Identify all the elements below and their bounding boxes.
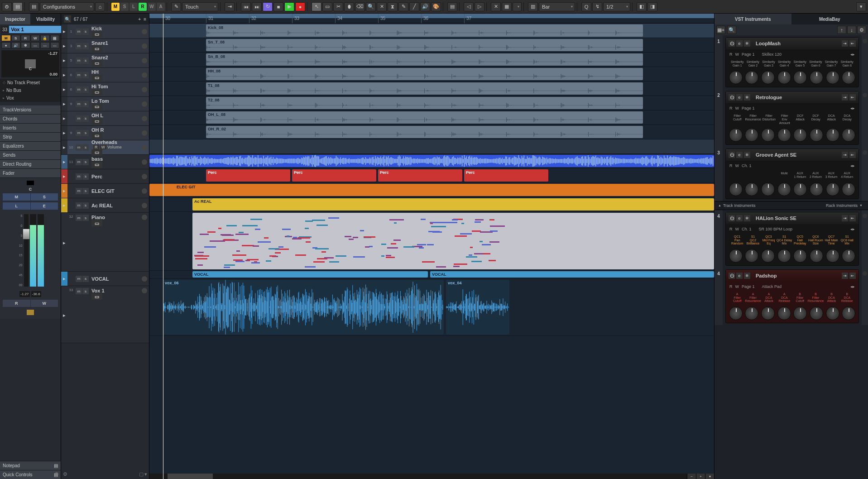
param-knob[interactable] (761, 71, 775, 84)
output-routing[interactable]: ▸Vox (0, 94, 61, 102)
sect-fader[interactable]: Fader (0, 169, 61, 178)
zoom-tool[interactable]: 🔍 (366, 2, 376, 11)
folder-clip[interactable]: Ac REAL (192, 198, 714, 211)
sect-inserts[interactable]: Inserts (0, 124, 61, 133)
track-solo[interactable]: s (82, 144, 89, 151)
sect-routing[interactable]: Direct Routing (0, 160, 61, 169)
track-rec[interactable] (142, 159, 147, 165)
page-label[interactable]: Ch. 1 (742, 227, 752, 231)
param-knob[interactable] (842, 249, 855, 263)
inst-freeze-icon[interactable]: ❄ (744, 40, 750, 47)
track-lane[interactable]: Ac REAL (149, 197, 714, 212)
track-row[interactable]: ▸ 5 m s Snare2▭ (61, 53, 149, 68)
track-mute[interactable]: m (76, 43, 82, 49)
inst-output-icon[interactable]: ⇤ (849, 94, 856, 101)
track-solo[interactable]: s (82, 188, 89, 194)
inst-output-icon[interactable]: ⇤ (849, 40, 856, 47)
audio-clip[interactable]: Perc (292, 169, 376, 182)
sect-eq[interactable]: Equalizers (0, 142, 61, 151)
track-row[interactable]: ▸ 6 m s HH▭ (61, 68, 149, 82)
inst-edit-icon[interactable]: e (736, 94, 743, 101)
insp-lock[interactable]: 🔒 (40, 35, 50, 41)
audio-clip[interactable]: T1_08 (206, 82, 643, 95)
playhead[interactable] (163, 14, 163, 479)
param-knob[interactable] (777, 128, 791, 142)
audio-clip[interactable]: HH_08 (206, 68, 643, 80)
inst-input-icon[interactable]: ⇥ (842, 215, 848, 221)
rw-r-icon[interactable]: R (729, 284, 733, 289)
power-button[interactable] (2, 2, 12, 11)
param-knob[interactable] (842, 128, 855, 142)
filter-icon[interactable]: ≡ (144, 17, 146, 22)
param-knob[interactable] (793, 249, 807, 263)
find-inst-icon[interactable]: 🔍 (727, 26, 736, 34)
constrain-button[interactable]: ▤ (13, 2, 23, 11)
track-expand-icon[interactable]: ▸ (61, 288, 67, 343)
track-preset[interactable]: ◇No Track Preset (0, 79, 61, 86)
sect-sends[interactable]: Sends (0, 151, 61, 160)
input-bus[interactable]: ▸No Bus (0, 86, 61, 94)
audio-clip[interactable]: OH_L_08 (206, 111, 643, 124)
track-rec[interactable] (142, 130, 147, 136)
insp-mon[interactable]: 🔊 (11, 42, 21, 48)
param-knob[interactable] (777, 71, 791, 84)
track-expand-icon[interactable]: ▸ (61, 39, 67, 53)
vst-tab[interactable]: VST Instruments (715, 14, 791, 24)
insp-x2[interactable]: — (40, 42, 50, 48)
param-knob[interactable] (810, 249, 823, 263)
track-mute[interactable]: m (76, 144, 82, 151)
automation-toggle[interactable]: A (157, 3, 165, 11)
grid-type-icon[interactable]: ▥ (528, 2, 538, 11)
track-mute[interactable]: m (76, 188, 82, 194)
param-knob[interactable] (810, 182, 823, 196)
rw-r-icon[interactable]: R (729, 163, 733, 168)
audio-clip[interactable]: Sn_T_08 (206, 39, 643, 51)
slot-collapse-icon[interactable] (863, 39, 867, 43)
quantize-button[interactable]: Q (581, 2, 591, 11)
param-knob[interactable] (793, 307, 807, 320)
param-knob[interactable] (729, 71, 743, 84)
track-solo[interactable]: s (82, 86, 89, 93)
audio-clip[interactable]: vox_06 (163, 280, 444, 335)
audio-clip[interactable]: Perc (464, 169, 548, 182)
track-mute[interactable]: m (76, 202, 82, 209)
param-knob[interactable] (729, 307, 743, 320)
track-solo[interactable]: s (82, 115, 89, 122)
write-toggle[interactable]: W (148, 3, 156, 11)
track-rec[interactable] (142, 288, 147, 293)
track-expand-icon[interactable]: ▸ (61, 82, 67, 96)
track-rec[interactable] (142, 276, 147, 282)
preset-nav-icon[interactable]: ◂▸ (850, 284, 855, 289)
play-button[interactable]: ▶ (284, 2, 294, 11)
rack-divider[interactable]: ▲Track InstrumentsRack Instruments▼ (715, 201, 868, 210)
quickcontrols-section[interactable]: Quick Controls▤ (0, 470, 61, 479)
param-knob[interactable] (745, 128, 758, 142)
rack-down-icon[interactable]: ↓ (847, 26, 856, 34)
param-knob[interactable] (761, 182, 775, 196)
track-solo[interactable]: s (82, 202, 89, 209)
folder-clip[interactable]: ELEC GIT (149, 184, 714, 196)
preset-nav-icon[interactable]: ◂▸ (850, 52, 855, 57)
param-knob[interactable] (842, 307, 855, 320)
track-row[interactable]: ▸ m s Ac REAL (61, 198, 149, 213)
rw-r-icon[interactable]: R (729, 52, 733, 57)
inst-freeze-icon[interactable]: ❄ (744, 152, 750, 158)
listen-toggle[interactable]: L (129, 3, 138, 11)
arrange-window[interactable]: 3031323334353637 Kick_08Sn_T_08Sn_B_08HH… (149, 14, 714, 479)
color-tool[interactable]: 🎨 (431, 2, 441, 11)
rw-w-icon[interactable]: W (735, 106, 739, 110)
arrow-tool[interactable]: ↖ (312, 2, 321, 11)
inst-edit-icon[interactable]: e (736, 40, 743, 47)
track-rec[interactable] (142, 29, 147, 34)
track-lane[interactable]: T2_08 (149, 96, 714, 110)
instrument-name[interactable]: Retrologue (753, 95, 839, 100)
extra-1[interactable]: ◧ (637, 2, 647, 11)
preset-name[interactable]: Attack Pad (762, 284, 782, 289)
inst-power-icon[interactable]: ⏻ (729, 215, 735, 221)
grid-button[interactable]: ▦ (502, 2, 512, 11)
param-knob[interactable] (745, 182, 758, 196)
track-solo[interactable]: s (82, 276, 89, 282)
inst-power-icon[interactable]: ⏻ (729, 273, 735, 279)
rw-w-icon[interactable]: W (735, 284, 739, 289)
play-tool[interactable]: 🔊 (420, 2, 430, 11)
